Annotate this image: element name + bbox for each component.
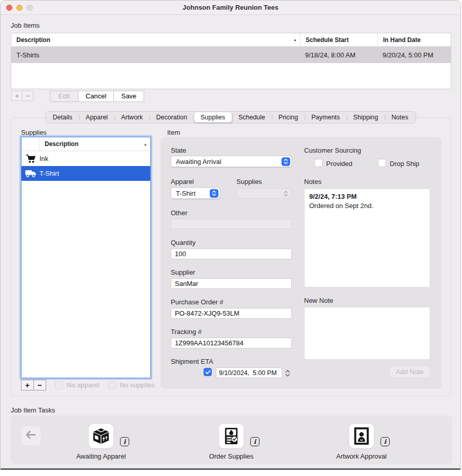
job-items-label: Job Items <box>11 22 39 29</box>
apparel-label: Apparel <box>171 178 194 185</box>
supplies-list-toolbar: + − No apparel No supplies <box>21 380 155 390</box>
date-stepper[interactable] <box>284 367 291 379</box>
task-label: Artwork Approval <box>326 452 397 460</box>
table-row[interactable]: T-Shirts 9/18/24, 8:00 AM 9/20/24, 5:00 … <box>11 47 451 63</box>
customer-sourcing-label: Customer Sourcing <box>304 147 361 154</box>
note-text: Ordered on Sept 2nd. <box>309 201 425 211</box>
shipment-eta-checkbox[interactable] <box>204 368 212 376</box>
drop-ship-checkbox[interactable] <box>378 159 386 167</box>
supplies-dropdown <box>236 188 292 199</box>
supplies-icon-column <box>22 137 39 151</box>
supplies-receipt-icon <box>219 424 244 448</box>
new-note-textarea[interactable] <box>304 307 430 360</box>
notes-label: Notes <box>304 178 322 185</box>
drop-ship-label: Drop Ship <box>390 160 419 168</box>
supplies-description-column-label: Description <box>45 140 78 148</box>
purchase-order-field[interactable] <box>171 308 292 319</box>
chevron-up-down-icon <box>282 157 290 166</box>
task-label: Awaiting Apparel <box>65 452 137 460</box>
list-item-ink[interactable]: Ink <box>22 151 150 166</box>
truck-icon <box>22 170 39 177</box>
shipment-eta-date-field[interactable] <box>216 367 282 378</box>
other-field <box>171 219 292 229</box>
info-icon[interactable]: i <box>120 437 129 446</box>
tab-schedule[interactable]: Schedule <box>232 112 272 122</box>
tab-details[interactable]: Details <box>46 112 79 122</box>
tab-artwork[interactable]: Artwork <box>114 112 149 122</box>
cancel-button[interactable]: Cancel <box>78 91 114 102</box>
save-button[interactable]: Save <box>113 91 144 102</box>
state-dropdown-value: Awaiting Arrival <box>176 158 222 165</box>
job-items-table-header: Description ▲ Schedule Start In Hand Dat… <box>11 33 451 47</box>
back-arrow-button[interactable] <box>21 426 41 445</box>
state-label: State <box>171 147 186 154</box>
app-window: Johnson Family Reunion Tees Job Items De… <box>0 0 461 470</box>
task-awaiting-apparel[interactable]: i Awaiting Apparel <box>65 424 137 460</box>
cell-schedule-start: 9/18/24, 8:00 AM <box>300 47 377 63</box>
column-header-description-label: Description <box>16 36 50 44</box>
no-supplies-checkbox[interactable] <box>108 381 116 389</box>
job-item-tasks-label: Job Item Tasks <box>11 406 55 414</box>
tracking-label: Tracking # <box>171 328 202 336</box>
chevron-up-down-icon <box>210 189 218 198</box>
edit-cancel-save-group: Edit Cancel Save <box>50 91 144 102</box>
item-section-label: Item <box>167 129 180 136</box>
tab-bar: Details Apparel Artwork Decoration Suppl… <box>45 111 416 123</box>
add-supply-button[interactable]: + <box>21 380 34 390</box>
add-note-button[interactable]: Add Note <box>389 366 430 378</box>
state-dropdown[interactable]: Awaiting Arrival <box>171 156 292 167</box>
task-label: Order Supplies <box>195 452 267 460</box>
job-items-table: Description ▲ Schedule Start In Hand Dat… <box>11 33 451 89</box>
sort-ascending-icon: ▲ <box>144 142 147 146</box>
column-header-description[interactable]: Description ▲ <box>11 33 300 46</box>
back-arrow-icon <box>25 430 36 441</box>
list-item-label: T-Shirt <box>39 170 59 177</box>
add-job-item-button[interactable]: + <box>11 91 23 101</box>
info-icon[interactable]: i <box>380 437 390 446</box>
provided-checkbox[interactable] <box>314 159 323 167</box>
no-apparel-checkbox[interactable] <box>55 381 63 389</box>
supplier-field[interactable] <box>171 278 292 289</box>
remove-supply-button[interactable]: − <box>33 380 46 390</box>
artwork-frame-icon <box>349 424 374 448</box>
remove-job-item-button[interactable]: − <box>22 91 33 101</box>
supplies-list-header: Description ▲ <box>22 137 150 151</box>
tab-supplies[interactable]: Supplies <box>194 112 232 122</box>
tab-shipping[interactable]: Shipping <box>347 112 385 122</box>
note-timestamp: 9/2/24, 7:13 PM <box>309 192 425 201</box>
quantity-field[interactable] <box>171 249 292 259</box>
window-title: Johnson Family Reunion Tees <box>1 4 460 11</box>
list-item-label: Ink <box>39 155 48 162</box>
notes-history-box: 9/2/24, 7:13 PM Ordered on Sept 2nd. <box>304 189 430 287</box>
list-item-t-shirt[interactable]: T-Shirt <box>22 166 150 181</box>
shipment-eta-label: Shipment ETA <box>171 358 213 365</box>
supplies-list-label: Supplies <box>21 129 47 136</box>
tracking-field[interactable] <box>171 338 292 348</box>
no-supplies-label: No supplies <box>120 381 155 389</box>
info-icon[interactable]: i <box>250 437 259 446</box>
tab-apparel[interactable]: Apparel <box>79 112 114 122</box>
tab-notes[interactable]: Notes <box>385 112 415 122</box>
task-order-supplies[interactable]: i Order Supplies <box>195 424 267 460</box>
chevron-up-down-icon <box>282 189 290 198</box>
supplies-list: Description ▲ Ink <box>21 137 151 378</box>
job-item-tasks-panel: i Awaiting Apparel i Order Supplies <box>11 416 452 464</box>
apparel-dropdown[interactable]: T-Shirt <box>171 188 220 199</box>
tab-decoration[interactable]: Decoration <box>150 112 194 122</box>
column-header-schedule-start-label: Schedule Start <box>306 36 349 44</box>
task-artwork-approval[interactable]: i Artwork Approval <box>326 424 397 460</box>
other-label: Other <box>171 209 188 217</box>
supplies-dropdown-label: Supplies <box>236 178 262 185</box>
cell-in-hand-date: 9/20/24, 5:00 PM <box>377 47 451 63</box>
column-header-schedule-start[interactable]: Schedule Start <box>300 33 377 46</box>
no-apparel-label: No apparel <box>67 381 99 389</box>
title-bar: Johnson Family Reunion Tees <box>1 1 460 15</box>
tab-payments[interactable]: Payments <box>305 112 347 122</box>
tab-pricing[interactable]: Pricing <box>272 112 305 122</box>
apparel-dropdown-value: T-Shirt <box>176 190 195 197</box>
edit-button[interactable]: Edit <box>50 91 78 102</box>
purchase-order-label: Purchase Order # <box>171 298 224 306</box>
column-header-in-hand-date[interactable]: In Hand Date <box>377 33 451 46</box>
supplies-description-column-header[interactable]: Description ▲ <box>39 137 150 151</box>
sort-ascending-icon: ▲ <box>293 38 297 42</box>
